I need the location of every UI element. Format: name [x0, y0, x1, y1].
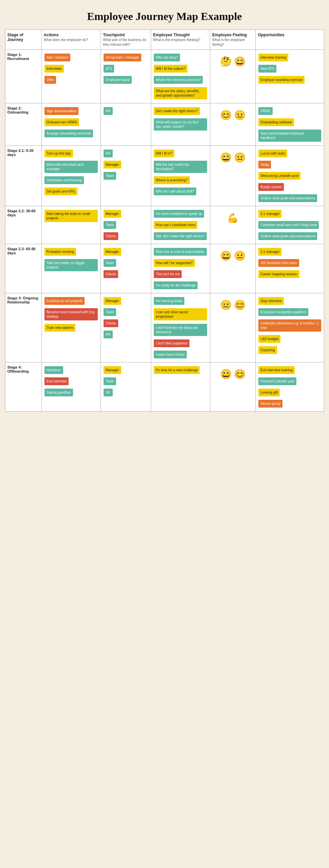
- feeling-emoji: 😊: [234, 299, 246, 311]
- feeling-cell: 🤔😄: [210, 50, 256, 103]
- stage-label: Stage 3: Ongoing Relationship: [5, 293, 41, 362]
- touchpoint-note: Team: [104, 259, 116, 267]
- feeling-emoji: 😐: [234, 152, 246, 163]
- opportunities-cell: Exit interview trainingFarewell LinkedIn…: [256, 362, 324, 412]
- touchpoint-note: Clients: [104, 232, 118, 240]
- opportunity-note: Exit interview training: [258, 366, 294, 374]
- thought-note: It's time for a new challenge: [154, 366, 200, 374]
- stage-label: Stage 2.2: 30-60 days: [5, 206, 41, 244]
- journey-table: Stage of Journey Actions What does the e…: [5, 29, 324, 412]
- opportunity-note: Interview training: [258, 54, 288, 61]
- page-title: Employee Journey Map Example: [0, 0, 329, 29]
- feeling-emoji: 😊: [234, 369, 246, 380]
- thought-note: Wow this is a lot of responsibility: [154, 248, 207, 256]
- thought-note: I'm more confident to speak up: [154, 210, 204, 218]
- opportunity-note: Semi personalised employee handbook: [258, 130, 321, 142]
- touchpoint-note: ATS: [104, 65, 114, 73]
- header-stage: Stage of Journey: [5, 30, 41, 50]
- opportunities-cell: 1:1 manager360 feedback from teamCareer …: [256, 244, 324, 293]
- actions-cell: Probation meetingTake the leader on bigg…: [41, 244, 100, 293]
- opportunity-note: Celebrate small wins with Friday treat: [258, 221, 319, 229]
- touchpoint-note: HR: [104, 107, 112, 115]
- touchpoint-note: Clients: [104, 270, 118, 278]
- opportunity-note: L&D budget: [258, 335, 280, 343]
- stage-label: Stage 1: Recruitment: [5, 50, 41, 103]
- action-note: Start taking the lead on small projects: [44, 210, 98, 222]
- thought-note: What are the salary, benefits, and growt…: [154, 87, 207, 99]
- action-note: Ads / outreach: [44, 54, 70, 61]
- action-note: Arrange onboarding schedule: [44, 130, 93, 137]
- thought-note: I'm learning loads: [154, 297, 184, 305]
- feeling-emoji: 😄: [220, 152, 232, 163]
- thought-cell: It's time for a new challenge: [151, 362, 210, 412]
- touchpoint-note: HR: [104, 389, 112, 396]
- actions-cell: Start taking the lead on small projects: [41, 206, 100, 244]
- thought-note: What will happen on my first day, week, …: [154, 118, 207, 131]
- opportunity-note: 1:1 manager: [258, 210, 281, 218]
- feeling-emoji: 💪: [227, 212, 239, 223]
- opportunity-note: HRMS: [258, 107, 272, 115]
- thought-note: Will the role match the description?: [154, 161, 207, 173]
- table-row: Stage 4: OffboardingHandoverExit intervi…: [5, 362, 324, 412]
- touchpoint-note: HR: [104, 150, 112, 157]
- opportunity-note: 360 feedback from team: [258, 259, 299, 267]
- table-row: Stage 3: Ongoing RelationshipContinue to…: [5, 293, 324, 362]
- touchpoint-note: Manager: [104, 161, 121, 169]
- thought-cell: Wow this is a lot of responsibilityHow w…: [151, 244, 210, 293]
- action-note: Sign documentation: [44, 107, 78, 115]
- touchpoint-note: Hiring team / manager: [104, 54, 141, 61]
- touchpoint-note: Manager: [104, 297, 121, 305]
- thought-note: I can see clear career progression: [154, 308, 207, 320]
- thought-note: This isn't for me: [154, 270, 182, 278]
- opportunity-note: New ATS: [258, 65, 276, 73]
- opportunity-note: Career mapping session: [258, 270, 299, 278]
- stage-label: Stage 2.3: 60-90 days: [5, 244, 41, 293]
- thought-cell: Will I fit in?Will the role match the de…: [151, 146, 210, 206]
- touchpoint-cell: ManagerTeamClients: [101, 206, 151, 244]
- opportunities-cell: HRMSOnboarding softwareSemi personalised…: [256, 103, 324, 146]
- action-note: Onboard into HRMS: [44, 118, 79, 126]
- action-note: Set goals and KPIs: [44, 188, 77, 195]
- touchpoint-note: Clients: [104, 319, 118, 327]
- stage-label: Stage 4: Offboarding: [5, 362, 41, 412]
- feeling-emoji: 😐: [234, 250, 246, 261]
- action-note: Turn up first day: [44, 150, 73, 157]
- action-note: Saying goodbye: [44, 389, 73, 396]
- table-row: Stage 2.3: 60-90 daysProbation meetingTa…: [5, 244, 324, 293]
- action-note: Handover: [44, 366, 63, 374]
- header-actions: Actions What does the employee do?: [41, 30, 100, 50]
- feeling-cell: 😊😐: [210, 103, 256, 146]
- table-row: Stage 2.1: 0-30 daysTurn up first dayMee…: [5, 146, 324, 206]
- touchpoint-cell: ManagerTeamClientsHR: [101, 293, 151, 362]
- thought-cell: Who are they?Will I fit the culture?What…: [151, 50, 210, 103]
- opportunity-note: Welcoming LinkedIn post: [258, 172, 300, 180]
- action-note: Offer: [44, 76, 56, 84]
- touchpoint-note: HR: [104, 331, 112, 338]
- opportunities-cell: Interview trainingNew ATSEmployer brandi…: [256, 50, 324, 103]
- feeling-emoji: 🤔: [220, 56, 232, 67]
- action-note: Take the leader on bigger projects: [44, 259, 98, 271]
- touchpoint-note: Team: [104, 308, 116, 316]
- thought-cell: Did I make the right choice?What will ha…: [151, 103, 210, 146]
- header-thought: Employee Thought What is the employee th…: [151, 30, 210, 50]
- action-note: Interviews: [44, 65, 64, 73]
- action-note: Become more involved with Org strategy: [44, 308, 98, 320]
- opportunities-cell: 1:1 managerCelebrate small wins with Fri…: [256, 206, 324, 244]
- thought-note: I want more money: [154, 351, 187, 358]
- action-note: Meet with new team and manager: [44, 161, 98, 173]
- opportunity-note: 1:1 manager: [258, 248, 281, 256]
- feeling-cell: 😄😊: [210, 362, 256, 412]
- thought-note: How can I contribute more: [154, 221, 198, 229]
- opportunity-note: Outline clear goals and expectations: [258, 194, 317, 202]
- actions-cell: Continue to run projectsBecome more invo…: [41, 293, 100, 362]
- opportunity-note: Lunch with team: [258, 150, 287, 157]
- table-row: Stage 1: RecruitmentAds / outreachInterv…: [5, 50, 324, 103]
- opportunity-note: Onboarding software: [258, 118, 294, 126]
- thought-cell: I'm learning loadsI can see clear career…: [151, 293, 210, 362]
- touchpoint-cell: Hiring team / managerATSEmployer brand: [101, 50, 151, 103]
- thought-note: Still, did I make the right choice?: [154, 232, 207, 240]
- header-feeling: Employee Feeling What is the employee fe…: [210, 30, 256, 50]
- thought-note: I'm ready for the challenge: [154, 281, 198, 289]
- feeling-emoji: 😊: [220, 110, 232, 121]
- opportunity-note: Farewell LinkedIn post: [258, 377, 296, 385]
